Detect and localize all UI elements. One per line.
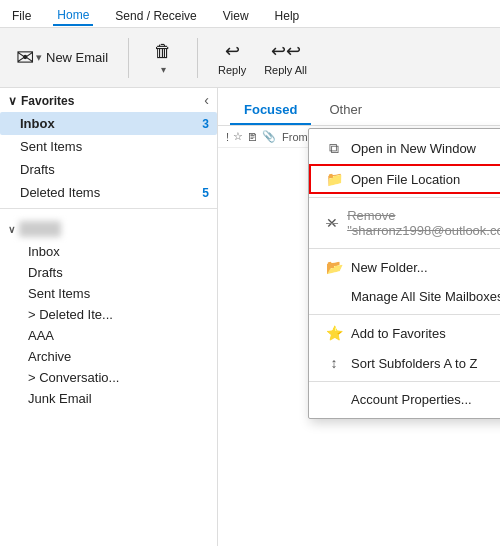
col-icons: ! ☆ 🖹 📎 (226, 130, 276, 143)
tab-bar: Focused Other (218, 88, 500, 126)
ctx-new-folder[interactable]: 📂 New Folder... (309, 252, 500, 282)
reply-icon: ↩ (225, 40, 240, 62)
ctx-sort-subfolders[interactable]: ↕ Sort Subfolders A to Z (309, 348, 500, 378)
sidebar: ‹ ∨ Favorites Inbox 3 Sent Items Drafts … (0, 88, 218, 546)
account-header[interactable]: ∨ @outl (0, 217, 217, 241)
favorites-header: ∨ Favorites (0, 88, 217, 112)
chevron-down-icon: ∨ (8, 94, 17, 108)
sort-subfolders-icon: ↕ (325, 355, 343, 371)
menu-file[interactable]: File (8, 7, 35, 25)
content-area: Focused Other ! ☆ 🖹 📎 From Subject (218, 88, 500, 546)
ctx-sep-4 (309, 381, 500, 382)
new-email-icon: ✉ ▾ (16, 45, 42, 71)
reply-all-button[interactable]: ↩↩ Reply All (258, 34, 313, 82)
sidebar-item-drafts[interactable]: Drafts (0, 158, 217, 181)
new-folder-icon: 📂 (325, 259, 343, 275)
flag-icon: ☆ (233, 130, 243, 143)
sidebar-item-sent-items[interactable]: Sent Items (0, 135, 217, 158)
sidebar-item-deleted-items[interactable]: Deleted Items 5 (0, 181, 217, 204)
ribbon-sep-1 (128, 38, 129, 78)
ctx-manage-mailboxes[interactable]: Manage All Site Mailboxes... (309, 282, 500, 311)
remove-account-icon: ✕ (325, 215, 339, 231)
reply-all-icon: ↩↩ (271, 40, 301, 62)
tab-other[interactable]: Other (315, 96, 376, 125)
sidebar-subitem-deleted[interactable]: > Deleted Ite... (0, 304, 217, 325)
ribbon-group-delete: 🗑 ▾ (141, 34, 185, 82)
context-menu: ⧉ Open in New Window 📁 Open File Locatio… (308, 128, 500, 419)
ctx-sep-1 (309, 197, 500, 198)
menu-bar: File Home Send / Receive View Help (0, 0, 500, 28)
delete-button[interactable]: 🗑 ▾ (141, 34, 185, 82)
account-email-label: @outl (19, 221, 61, 237)
ctx-add-favorites[interactable]: ⭐ Add to Favorites (309, 318, 500, 348)
ribbon-group-actions: ↩ Reply ↩↩ Reply All (210, 34, 313, 82)
ctx-sep-3 (309, 314, 500, 315)
delete-icon: 🗑 (154, 41, 172, 62)
menu-help[interactable]: Help (271, 7, 304, 25)
ctx-open-file-location[interactable]: 📁 Open File Location (309, 164, 500, 194)
menu-view[interactable]: View (219, 7, 253, 25)
ctx-sep-2 (309, 248, 500, 249)
menu-home[interactable]: Home (53, 6, 93, 26)
add-favorites-icon: ⭐ (325, 325, 343, 341)
context-menu-overlay: ⧉ Open in New Window 📁 Open File Locatio… (218, 88, 500, 546)
paperclip-icon: 📎 (262, 130, 276, 143)
sidebar-item-inbox[interactable]: Inbox 3 (0, 112, 217, 135)
ctx-remove-account[interactable]: ✕ Remove "sharronz1998@outlook.com" (309, 201, 500, 245)
open-file-location-icon: 📁 (325, 171, 343, 187)
sidebar-subitem-archive[interactable]: Archive (0, 346, 217, 367)
sidebar-subitem-junk[interactable]: Junk Email (0, 388, 217, 409)
sidebar-subitem-aaa[interactable]: AAA (0, 325, 217, 346)
sidebar-subitem-inbox[interactable]: Inbox (0, 241, 217, 262)
tab-focused[interactable]: Focused (230, 96, 311, 125)
col-subject-header[interactable]: Subject (368, 131, 492, 143)
sidebar-subitem-conversations[interactable]: > Conversatio... (0, 367, 217, 388)
sidebar-collapse-button[interactable]: ‹ (200, 90, 213, 110)
menu-send-receive[interactable]: Send / Receive (111, 7, 200, 25)
ctx-account-properties[interactable]: Account Properties... (309, 385, 500, 414)
ribbon: ✉ ▾ New Email 🗑 ▾ ↩ Reply ↩↩ Reply All (0, 28, 500, 88)
column-headers: ! ☆ 🖹 📎 From Subject (218, 126, 500, 148)
account-section: ∨ @outl Inbox Drafts Sent Items > Delete… (0, 213, 217, 413)
sidebar-subitem-drafts[interactable]: Drafts (0, 262, 217, 283)
sidebar-divider (0, 208, 217, 209)
new-email-button[interactable]: ✉ ▾ New Email (8, 34, 116, 82)
main-layout: ‹ ∨ Favorites Inbox 3 Sent Items Drafts … (0, 88, 500, 546)
ribbon-sep-2 (197, 38, 198, 78)
attachment-icon: 🖹 (247, 131, 258, 143)
sidebar-subitem-sent[interactable]: Sent Items (0, 283, 217, 304)
account-chevron-icon: ∨ (8, 224, 15, 235)
importance-icon: ! (226, 131, 229, 143)
reply-button[interactable]: ↩ Reply (210, 34, 254, 82)
col-from-header[interactable]: From (282, 131, 362, 143)
